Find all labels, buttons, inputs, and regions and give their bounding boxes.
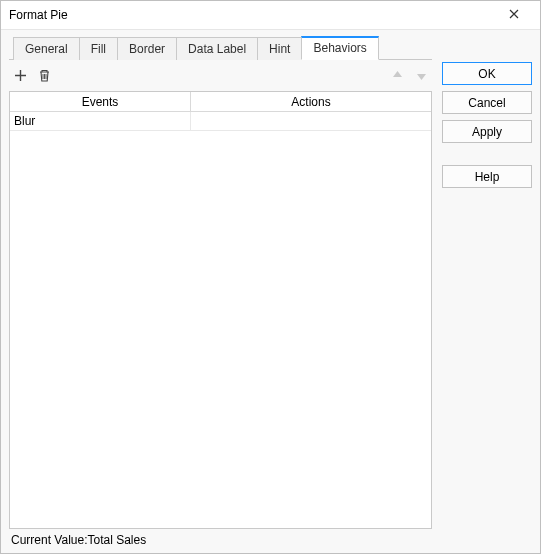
behaviors-table: Events Actions Blur xyxy=(9,91,432,529)
tab-border[interactable]: Border xyxy=(117,37,177,60)
move-down-button[interactable] xyxy=(410,66,432,88)
tab-bar: General Fill Border Data Label Hint Beha… xyxy=(9,36,432,60)
table-header: Events Actions xyxy=(10,92,431,112)
close-icon xyxy=(509,8,519,22)
cell-event[interactable]: Blur xyxy=(10,112,191,130)
tab-general[interactable]: General xyxy=(13,37,80,60)
titlebar: Format Pie xyxy=(1,1,540,29)
cell-action[interactable] xyxy=(191,112,431,130)
cancel-button[interactable]: Cancel xyxy=(442,91,532,114)
window-title: Format Pie xyxy=(9,8,496,22)
dialog-body: General Fill Border Data Label Hint Beha… xyxy=(1,29,540,553)
tab-hint[interactable]: Hint xyxy=(257,37,302,60)
status-value: Total Sales xyxy=(87,533,146,547)
tab-fill[interactable]: Fill xyxy=(79,37,118,60)
dialog-window: Format Pie General Fill Border Data Labe… xyxy=(0,0,541,554)
status-bar: Current Value:Total Sales xyxy=(9,529,432,547)
delete-button[interactable] xyxy=(33,66,55,88)
table-body: Blur xyxy=(10,112,431,528)
trash-icon xyxy=(37,68,52,86)
status-label: Current Value: xyxy=(11,533,87,547)
arrow-down-icon xyxy=(414,68,429,86)
toolbar xyxy=(9,65,432,89)
ok-button[interactable]: OK xyxy=(442,62,532,85)
tab-behaviors[interactable]: Behaviors xyxy=(301,36,378,60)
table-row[interactable]: Blur xyxy=(10,112,431,131)
move-up-button[interactable] xyxy=(386,66,408,88)
close-button[interactable] xyxy=(496,1,532,29)
apply-button[interactable]: Apply xyxy=(442,120,532,143)
add-button[interactable] xyxy=(9,66,31,88)
arrow-up-icon xyxy=(390,68,405,86)
help-button[interactable]: Help xyxy=(442,165,532,188)
left-pane: General Fill Border Data Label Hint Beha… xyxy=(9,36,432,547)
tab-data-label[interactable]: Data Label xyxy=(176,37,258,60)
column-header-actions[interactable]: Actions xyxy=(191,92,431,111)
column-header-events[interactable]: Events xyxy=(10,92,191,111)
plus-icon xyxy=(13,68,28,86)
button-column: OK Cancel Apply Help xyxy=(442,36,532,547)
